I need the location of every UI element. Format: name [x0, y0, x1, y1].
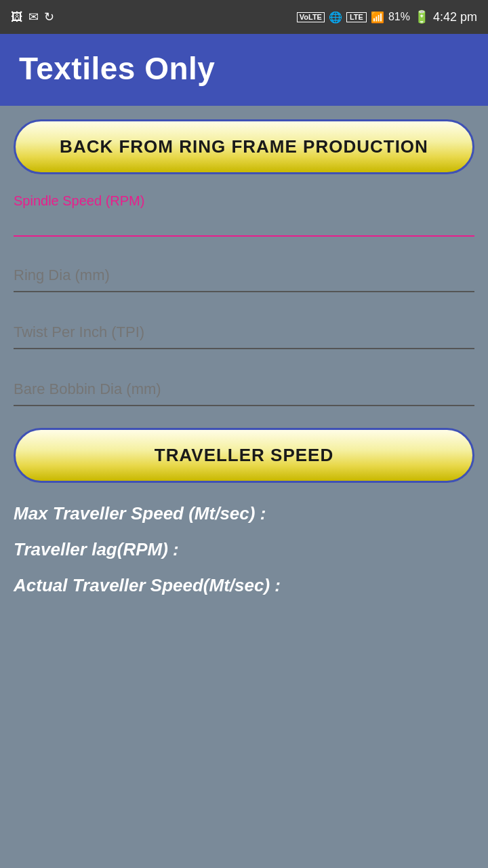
volte-indicator: VoLTE	[297, 12, 325, 22]
status-bar-left: 🖼 ✉ ↻	[11, 9, 54, 24]
email-icon: ✉	[28, 9, 39, 24]
sync-icon: ↻	[44, 9, 54, 24]
app-header: Textiles Only	[0, 34, 488, 106]
spindle-speed-group: Spindle Speed (RPM)	[14, 193, 474, 237]
traveller-lag-label: Traveller lag(RPM) :	[14, 539, 474, 560]
signal-strength-icon: 📶	[371, 11, 384, 24]
twist-per-inch-input[interactable]	[14, 314, 474, 349]
globe-icon: 🌐	[329, 11, 342, 24]
bare-bobbin-dia-group	[14, 371, 474, 406]
lte-indicator: LTE	[346, 12, 367, 22]
spindle-speed-label: Spindle Speed (RPM)	[14, 193, 144, 209]
actual-traveller-speed-label: Actual Traveller Speed(Mt/sec) :	[14, 575, 474, 596]
ring-dia-input[interactable]	[14, 257, 474, 292]
ring-dia-group	[14, 257, 474, 292]
back-from-ring-frame-button[interactable]: BACK FROM RING FRAME PRODUCTION	[14, 119, 474, 174]
traveller-speed-button[interactable]: TRAVELLER SPEED	[14, 428, 474, 483]
status-bar-right: VoLTE 🌐 LTE 📶 81% 🔋 4:42 pm	[297, 9, 477, 24]
bare-bobbin-dia-input[interactable]	[14, 371, 474, 406]
twist-per-inch-group	[14, 314, 474, 349]
main-content: BACK FROM RING FRAME PRODUCTION Spindle …	[0, 106, 488, 868]
app-title: Textiles Only	[19, 51, 215, 86]
battery-text: 81%	[388, 11, 410, 23]
battery-icon: 🔋	[414, 9, 429, 24]
gallery-icon: 🖼	[11, 10, 23, 24]
max-traveller-speed-label: Max Traveller Speed (Mt/sec) :	[14, 503, 474, 524]
time-display: 4:42 pm	[433, 10, 477, 24]
status-bar: 🖼 ✉ ↻ VoLTE 🌐 LTE 📶 81% 🔋 4:42 pm	[0, 0, 488, 34]
